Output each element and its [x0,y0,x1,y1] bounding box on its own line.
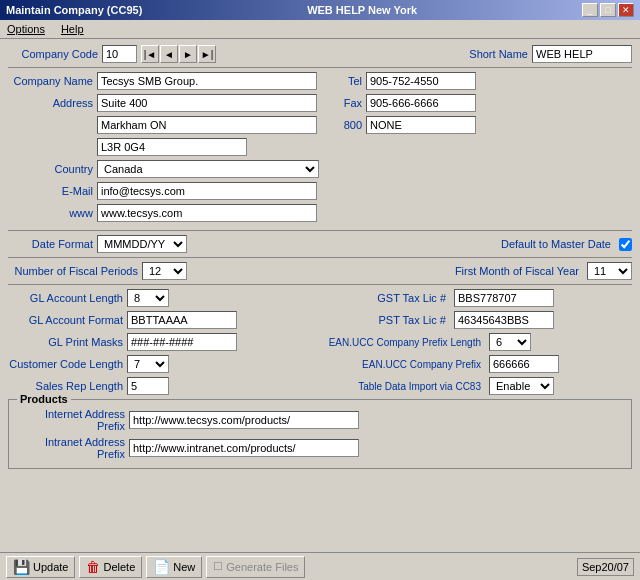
address1-input[interactable] [97,94,317,112]
fax-label: Fax [337,97,362,109]
address3-input[interactable] [97,138,247,156]
fax-input[interactable] [366,94,476,112]
gl-account-length-row: GL Account Length 81012 [8,289,314,307]
ean-prefix-input[interactable] [489,355,559,373]
company-right: Tel Fax 800 [327,72,632,226]
internet-address-row: Internet Address Prefix [15,408,625,432]
delete-label: Delete [103,561,135,573]
toolbar-buttons: 💾 Update 🗑 Delete 📄 New ☐ Generate Files [6,556,305,578]
date-format-select[interactable]: MMMDD/YY DD/MM/YY MM/DD/YY [97,235,187,253]
short-name-input[interactable] [532,45,632,63]
tel-input[interactable] [366,72,476,90]
gl-account-length-select[interactable]: 81012 [127,289,169,307]
company-name-label: Company Name [8,75,93,87]
address2-row [8,116,319,134]
fax-row: Fax [337,94,632,112]
www-row: www [8,204,319,222]
window-title: Maintain Company (CC95) [6,4,142,16]
table-data-label: Table Data Import via CC83 [326,381,481,392]
internet-address-input[interactable] [129,411,359,429]
products-content: Internet Address Prefix Intranet Address… [15,408,625,460]
main-content: Company Code |◄ ◄ ► ►| Short Name Compan… [0,39,640,547]
nav-next-button[interactable]: ► [179,45,197,63]
minimize-button[interactable]: _ [582,3,598,17]
new-button[interactable]: 📄 New [146,556,202,578]
status-bar: Sep20/07 [577,558,634,576]
new-label: New [173,561,195,573]
www-input[interactable] [97,204,317,222]
window-controls: _ □ ✕ [582,3,634,17]
sales-rep-length-input[interactable] [127,377,169,395]
pst-label: PST Tax Lic # [326,314,446,326]
gl-left: GL Account Length 81012 GL Account Forma… [8,289,314,399]
customer-code-length-label: Customer Code Length [8,358,123,370]
address1-row: Address [8,94,319,112]
table-data-select[interactable]: EnableDisable [489,377,554,395]
tel-label: Tel [337,75,362,87]
date-row: Date Format MMMDD/YY DD/MM/YY MM/DD/YY D… [8,235,632,253]
pst-row: PST Tax Lic # [326,311,632,329]
date-format-label: Date Format [8,238,93,250]
window-subtitle: WEB HELP New York [307,4,417,16]
gst-label: GST Tax Lic # [326,292,446,304]
n800-row: 800 [337,116,632,134]
n800-label: 800 [337,119,362,131]
ean-prefix-label: EAN.UCC Company Prefix [326,359,481,370]
customer-code-length-select[interactable]: 78910 [127,355,169,373]
intranet-address-input[interactable] [129,439,359,457]
country-label: Country [8,163,93,175]
country-row: Country Canada USA Other [8,160,319,178]
generate-icon: ☐ [213,560,223,573]
fiscal-row: Number of Fiscal Periods 12 13 First Mon… [8,262,632,280]
generate-button[interactable]: ☐ Generate Files [206,556,305,578]
country-select[interactable]: Canada USA Other [97,160,319,178]
ean-prefix-length-select[interactable]: 6789 [489,333,531,351]
nav-prev-button[interactable]: ◄ [160,45,178,63]
intranet-address-row: Intranet Address Prefix [15,436,625,460]
title-bar: Maintain Company (CC95) WEB HELP New Yor… [0,0,640,20]
menu-help[interactable]: Help [58,22,87,36]
pst-input[interactable] [454,311,554,329]
address2-input[interactable] [97,116,317,134]
ean-prefix-length-row: EAN.UCC Company Prefix Length 6789 [326,333,632,351]
gl-account-format-label: GL Account Format [8,314,123,326]
first-month-label: First Month of Fiscal Year [455,265,579,277]
table-data-row: Table Data Import via CC83 EnableDisable [326,377,632,395]
delete-button[interactable]: 🗑 Delete [79,556,142,578]
company-name-row: Company Name [8,72,319,90]
email-label: E-Mail [8,185,93,197]
internet-address-label: Internet Address Prefix [15,408,125,432]
num-periods-select[interactable]: 12 13 [142,262,187,280]
close-button[interactable]: ✕ [618,3,634,17]
n800-input[interactable] [366,116,476,134]
nav-first-button[interactable]: |◄ [141,45,159,63]
update-button[interactable]: 💾 Update [6,556,75,578]
generate-label: Generate Files [226,561,298,573]
default-master-date-label: Default to Master Date [501,238,611,250]
address3-row [8,138,319,156]
first-month-select[interactable]: 1234 5678 9101112 [587,262,632,280]
default-master-date-checkbox[interactable] [619,238,632,251]
menu-options[interactable]: Options [4,22,48,36]
company-info-section: Company Name Address Country Canada USA [8,72,632,226]
gl-account-format-input[interactable] [127,311,237,329]
company-left: Company Name Address Country Canada USA [8,72,319,226]
num-periods-label: Number of Fiscal Periods [8,265,138,277]
products-legend: Products [17,393,71,405]
company-name-input[interactable] [97,72,317,90]
tel-row: Tel [337,72,632,90]
gl-print-masks-label: GL Print Masks [8,336,123,348]
address-label: Address [8,97,93,109]
gl-print-masks-input[interactable] [127,333,237,351]
gl-print-masks-row: GL Print Masks [8,333,314,351]
customer-code-length-row: Customer Code Length 78910 [8,355,314,373]
company-code-input[interactable] [102,45,137,63]
nav-last-button[interactable]: ►| [198,45,216,63]
ean-prefix-length-label: EAN.UCC Company Prefix Length [326,337,481,348]
gst-input[interactable] [454,289,554,307]
email-input[interactable] [97,182,317,200]
nav-buttons: |◄ ◄ ► ►| [141,45,216,63]
gl-account-format-row: GL Account Format [8,311,314,329]
short-name-label: Short Name [469,48,528,60]
maximize-button[interactable]: □ [600,3,616,17]
